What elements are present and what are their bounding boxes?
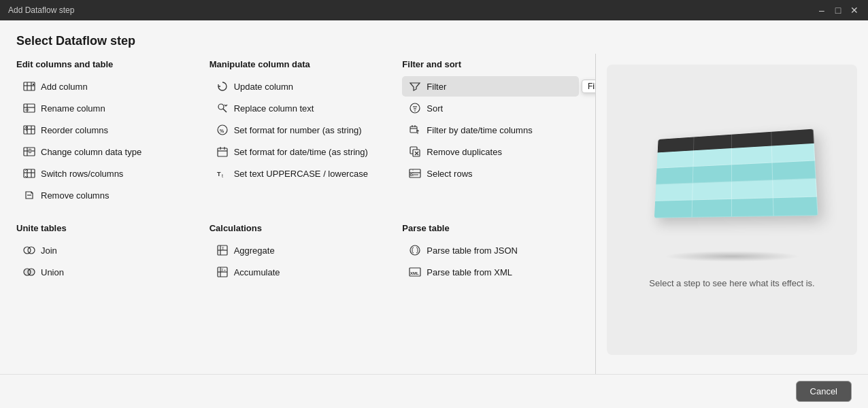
change-column-data-type-label: Change column data type (41, 147, 141, 157)
remove-duplicates-icon (409, 146, 421, 158)
step-sort[interactable]: Sort (402, 98, 579, 118)
section-parse-table: Parse table Parse table from JSON (402, 223, 579, 284)
step-switch-rows-columns[interactable]: Switch rows/columns (16, 163, 193, 184)
union-label: Union (41, 267, 64, 277)
section-title-unite-tables: Unite tables (16, 223, 193, 233)
section-title-manipulate: Manipulate column data (210, 59, 386, 69)
svg-point-23 (218, 104, 224, 109)
preview-text: Select a step to see here what its effec… (649, 278, 814, 288)
title-bar-controls: – □ ✕ (816, 5, 860, 16)
tv-cell-2-2 (693, 165, 732, 183)
step-add-column[interactable]: Add column (16, 76, 193, 97)
parse-json-label: Parse table from JSON (427, 245, 518, 256)
svg-rect-10 (24, 126, 35, 134)
svg-text:ab: ab (25, 107, 29, 112)
section-title-parse-table: Parse table (402, 223, 579, 233)
step-remove-duplicates[interactable]: Remove duplicates (402, 141, 579, 162)
svg-rect-37 (410, 126, 417, 133)
accumulate-label: Accumulate (234, 267, 280, 277)
close-button[interactable]: ✕ (849, 5, 860, 16)
sort-icon (409, 102, 421, 114)
step-filter-by-datetime[interactable]: Filter by date/time columns (402, 120, 579, 140)
maximize-button[interactable]: □ (833, 5, 844, 16)
right-panel: Select a step to see here what its effec… (596, 54, 868, 374)
svg-rect-0 (24, 82, 35, 90)
accumulate-icon: Σ+ (216, 266, 229, 278)
svg-point-65 (410, 245, 420, 255)
remove-columns-icon (23, 189, 35, 201)
svg-point-33 (410, 103, 420, 113)
tv-cell-2-1 (656, 167, 693, 184)
tv-cell-4-2 (692, 199, 732, 218)
svg-point-49 (410, 174, 412, 176)
svg-rect-27 (218, 148, 227, 156)
sections-grid: Edit columns and table (16, 59, 579, 300)
rename-column-icon: ab (23, 102, 35, 114)
tv-cell-2-3 (732, 163, 773, 182)
preview-area: Select a step to see here what its effec… (607, 65, 857, 355)
tv-cell-3-2 (692, 182, 732, 200)
filter-label: Filter (427, 82, 446, 92)
step-accumulate[interactable]: Σ+ Accumulate (210, 262, 386, 282)
step-update-column[interactable]: Update column (210, 76, 386, 97)
section-calculations: Calculations Σ Aggregate (210, 223, 386, 284)
svg-rect-46 (410, 169, 420, 177)
section-unite-tables: Unite tables Join (16, 223, 193, 284)
tv-cell-3-4 (773, 179, 817, 199)
step-select-rows[interactable]: Select rows (402, 163, 579, 184)
text-case-icon: T t (216, 167, 229, 180)
step-rename-column[interactable]: ab Rename column (16, 98, 193, 118)
svg-text:Σ+: Σ+ (221, 268, 227, 272)
parse-xml-icon: XML (409, 266, 421, 278)
step-parse-json[interactable]: Parse table from JSON (402, 240, 579, 260)
replace-text-icon (216, 102, 229, 114)
reorder-columns-label: Reorder columns (41, 125, 108, 135)
cancel-button[interactable]: Cancel (796, 381, 852, 402)
step-set-text-case[interactable]: T t Set text UPPERCASE / lowercase (210, 163, 386, 184)
svg-point-56 (28, 269, 35, 275)
tv-cell-1-1 (657, 150, 694, 168)
tv-cell-1-3 (732, 146, 773, 165)
dialog-footer: Cancel (0, 374, 868, 408)
step-reorder-columns[interactable]: Reorder columns (16, 120, 193, 140)
minimize-button[interactable]: – (816, 5, 827, 16)
tv-cell-4-4 (773, 197, 818, 216)
tv-cell-3-3 (732, 180, 773, 199)
step-union[interactable]: Union (16, 262, 193, 282)
filter-by-datetime-label: Filter by date/time columns (427, 125, 532, 135)
svg-text:T: T (217, 171, 221, 177)
step-filter[interactable]: Filter Filter (402, 76, 579, 97)
table-preview (650, 131, 814, 262)
tv-cell-4-3 (732, 198, 774, 217)
format-datetime-icon (216, 146, 229, 158)
parse-xml-label: Parse table from XML (427, 267, 512, 277)
svg-text:%: % (220, 129, 224, 133)
step-change-column-data-type[interactable]: Change column data type (16, 141, 193, 162)
dialog: Select Dataflow step Edit columns and ta… (0, 20, 868, 408)
section-title-filter-sort: Filter and sort (402, 59, 579, 69)
left-panel: Edit columns and table (0, 54, 596, 374)
tv-cell-3-1 (655, 183, 693, 201)
section-manipulate-column: Manipulate column data Update column (210, 59, 386, 207)
rename-column-label: Rename column (41, 103, 105, 114)
filter-icon (409, 80, 421, 92)
select-rows-icon (409, 167, 421, 180)
step-remove-columns[interactable]: Remove columns (16, 185, 193, 205)
set-format-datetime-label: Set format for date/time (as string) (234, 147, 368, 157)
add-column-icon (23, 80, 35, 92)
svg-text:t: t (222, 173, 223, 178)
aggregate-label: Aggregate (234, 245, 275, 256)
tv-cell-4-1 (654, 200, 692, 218)
switch-rows-columns-label: Switch rows/columns (41, 169, 123, 179)
join-label: Join (41, 245, 57, 256)
svg-text:Σ: Σ (222, 246, 224, 250)
step-set-format-number[interactable]: % Set format for number (as string) (210, 120, 386, 140)
step-parse-xml[interactable]: XML Parse table from XML (402, 262, 579, 282)
step-aggregate[interactable]: Σ Aggregate (210, 240, 386, 260)
step-replace-column-text[interactable]: Replace column text (210, 98, 386, 118)
sort-label: Sort (427, 103, 443, 114)
filter-tooltip: Filter (582, 80, 596, 93)
step-join[interactable]: Join (16, 240, 193, 260)
step-set-format-datetime[interactable]: Set format for date/time (as string) (210, 141, 386, 162)
svg-point-51 (24, 247, 31, 254)
